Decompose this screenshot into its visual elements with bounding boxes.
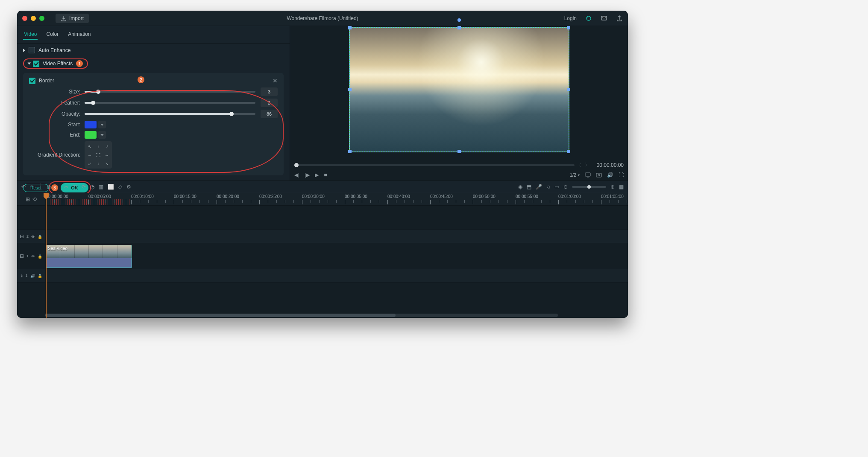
split-button[interactable]: ✂ <box>64 184 68 190</box>
undo-button[interactable]: ↶ <box>21 184 26 190</box>
audio-track-1[interactable]: ♪1 <box>17 269 628 282</box>
dir-e[interactable]: → <box>103 151 110 158</box>
rotate-handle[interactable] <box>457 18 461 22</box>
timeline-scrollbar[interactable] <box>17 313 628 318</box>
minimize-window-button[interactable] <box>31 16 36 21</box>
time-ruler[interactable]: 00:00:00:0000:00:05:0000:00:10:0000:00:1… <box>46 193 628 205</box>
color-button[interactable]: ◔ <box>90 184 94 190</box>
gradient-direction-grid: ↖↑↗ ←⛶→ ↙↓↘ <box>85 141 112 169</box>
start-color-dropdown[interactable] <box>98 121 106 128</box>
speed-button[interactable]: ⟳ <box>82 184 86 190</box>
handle-bc[interactable] <box>457 150 461 153</box>
dir-n[interactable]: ↑ <box>95 143 102 150</box>
speaker-icon[interactable] <box>30 273 35 279</box>
tab-color[interactable]: Color <box>45 29 59 40</box>
render-button[interactable]: ◉ <box>518 184 522 190</box>
snapshot-icon[interactable] <box>596 172 602 178</box>
lock-icon[interactable] <box>38 233 42 239</box>
prev-frame-button[interactable]: ◀| <box>294 172 299 178</box>
maximize-window-button[interactable] <box>39 16 44 21</box>
voiceover-button[interactable]: 🎤 <box>536 184 542 190</box>
timeline-clip[interactable]: Sea Video <box>46 245 132 268</box>
play-button[interactable]: ▶ <box>315 172 319 178</box>
tab-animation[interactable]: Animation <box>67 29 91 40</box>
dir-ne[interactable]: ↗ <box>103 143 110 150</box>
fullscreen-icon[interactable]: ⛶ <box>619 172 624 178</box>
markers-button[interactable]: ⬒ <box>527 184 531 190</box>
dir-center[interactable]: ⛶ <box>95 151 102 158</box>
tab-video[interactable]: Video <box>23 29 38 40</box>
handle-tr[interactable] <box>567 26 570 29</box>
end-color-swatch[interactable] <box>85 131 97 139</box>
cloud-sync-icon[interactable] <box>585 15 592 22</box>
close-window-button[interactable] <box>22 16 27 21</box>
handle-tc[interactable] <box>457 26 461 29</box>
redo-button[interactable]: ↷ <box>30 184 34 190</box>
border-checkbox[interactable] <box>29 78 35 84</box>
handle-bl[interactable] <box>348 150 352 153</box>
dir-se[interactable]: ↘ <box>103 160 110 167</box>
zoom-in-button[interactable]: ⊕ <box>610 184 615 190</box>
start-color-swatch[interactable] <box>85 121 97 128</box>
annotation-1: Video Effects 1 <box>23 58 88 69</box>
opacity-value[interactable]: 86 <box>261 110 278 118</box>
video-effects-checkbox[interactable] <box>33 61 39 67</box>
window-controls <box>22 16 44 21</box>
fit-button[interactable]: ▦ <box>619 184 624 190</box>
import-button[interactable]: Import <box>56 14 89 23</box>
video-track-2[interactable]: 2 <box>17 230 628 243</box>
add-track-button[interactable]: ⊞ <box>26 196 30 202</box>
clip-label: Sea Video <box>48 246 67 251</box>
size-slider[interactable] <box>85 91 255 93</box>
handle-mr[interactable] <box>567 88 570 91</box>
lock-icon[interactable] <box>38 253 42 259</box>
dir-sw[interactable]: ↙ <box>86 160 93 167</box>
stop-button[interactable]: ■ <box>324 172 327 178</box>
next-frame-button[interactable]: |▶ <box>305 172 310 178</box>
dir-nw[interactable]: ↖ <box>86 143 93 150</box>
border-effect-panel: Border ✕ 2 Size: 3 Feather: 2 <box>23 73 284 175</box>
timeline-zoom-slider[interactable] <box>572 186 606 188</box>
handle-ml[interactable] <box>348 88 352 91</box>
eye-icon[interactable] <box>31 233 35 239</box>
display-icon[interactable] <box>585 172 591 178</box>
feather-value[interactable]: 2 <box>261 99 278 107</box>
crop-button[interactable]: ⬚ <box>73 184 77 190</box>
zoom-out-button[interactable]: ⊖ <box>563 184 568 190</box>
auto-enhance-checkbox[interactable] <box>29 47 35 53</box>
delete-button[interactable]: 🗑 <box>47 184 52 190</box>
end-color-dropdown[interactable] <box>98 131 106 139</box>
dir-w[interactable]: ← <box>86 151 93 158</box>
preview-canvas[interactable] <box>350 28 569 151</box>
eye-icon[interactable] <box>31 253 35 259</box>
preview-scrubber[interactable] <box>294 164 575 166</box>
opacity-slider[interactable] <box>85 113 255 115</box>
link-track-button[interactable]: ⟲ <box>32 196 37 202</box>
svg-point-3 <box>598 175 600 176</box>
handle-br[interactable] <box>567 150 570 153</box>
lock-icon[interactable] <box>38 273 42 279</box>
login-button[interactable]: Login <box>564 15 577 21</box>
mixer-button[interactable]: ♫ <box>546 184 550 190</box>
start-color-label: Start: <box>29 122 85 128</box>
export-icon[interactable] <box>616 15 623 22</box>
opacity-label: Opacity: <box>29 111 85 117</box>
message-icon[interactable] <box>601 15 607 22</box>
size-value[interactable]: 3 <box>261 87 278 96</box>
section-auto-enhance[interactable]: Auto Enhance <box>17 44 290 57</box>
app-title: Wondershare Filmora (Untitled) <box>287 15 358 21</box>
dir-s[interactable]: ↓ <box>95 160 102 167</box>
mask-button[interactable]: ⬜ <box>108 184 114 190</box>
greenscreen-button[interactable]: ▥ <box>99 184 103 190</box>
ruler-label: 00:00:20:00 <box>217 194 239 199</box>
preview-zoom-selector[interactable]: 1/2 ▾ <box>570 172 580 178</box>
video-track-1[interactable]: 1 Sea Video <box>17 243 628 269</box>
keyframe-button[interactable]: ◇ <box>118 184 122 190</box>
handle-tl[interactable] <box>348 26 352 29</box>
preview-panel: 〈 〉 00:00:00:00 ◀| |▶ ▶ ■ 1/2 ▾ 🔊 ⛶ <box>290 26 628 180</box>
close-icon[interactable]: ✕ <box>273 77 278 84</box>
feather-slider[interactable] <box>85 102 255 104</box>
volume-icon[interactable]: 🔊 <box>607 172 613 178</box>
ratio-button[interactable]: ▭ <box>554 184 559 190</box>
adjust-button[interactable]: ⚙ <box>126 184 131 190</box>
